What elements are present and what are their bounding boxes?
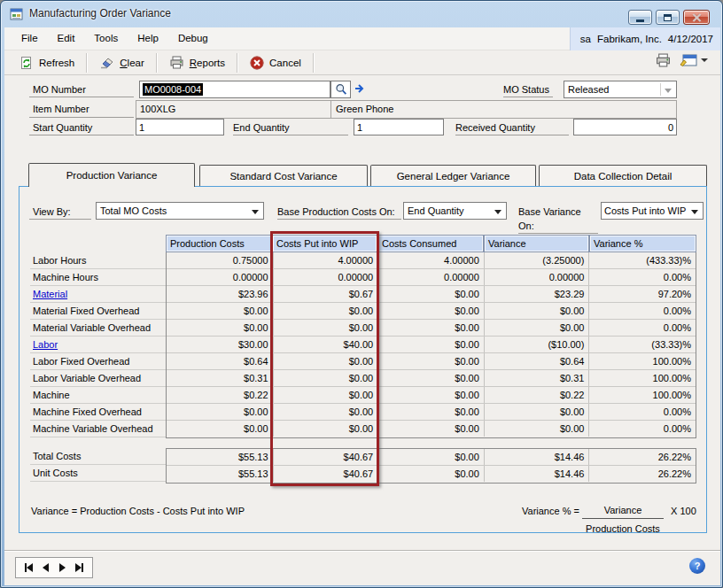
table-header: Production Costs Costs Put into WIP Cost… xyxy=(166,235,696,252)
row-label-column: Labor Hours Machine Hours Material Mater… xyxy=(30,252,166,437)
row-label-labor-link[interactable]: Labor xyxy=(30,337,166,353)
title-bar[interactable]: Manufacturing Order Variance xyxy=(1,1,722,27)
menu-file[interactable]: File xyxy=(12,27,48,50)
item-number-value: 100XLG xyxy=(136,101,331,118)
cancel-button[interactable]: Cancel xyxy=(240,52,311,74)
blue-arrow-icon xyxy=(354,81,367,96)
toolbar-separator xyxy=(237,53,238,73)
window-title: Manufacturing Order Variance xyxy=(29,1,171,27)
close-icon xyxy=(692,13,702,22)
print-options-button[interactable] xyxy=(680,53,708,67)
dropdown-arrow-icon xyxy=(665,89,672,93)
previous-record-button[interactable] xyxy=(43,562,49,573)
dropdown-arrow-icon xyxy=(494,210,501,214)
item-number-field: 100XLG Green Phone xyxy=(136,100,677,119)
dropdown-arrow-icon xyxy=(252,210,259,214)
minimize-button[interactable] xyxy=(628,10,652,25)
session-date: 4/12/2017 xyxy=(668,34,713,44)
view-by-dropdown[interactable]: Total MO Costs xyxy=(96,202,264,220)
table-row: $0.00$0.00$0.00$0.000.00% xyxy=(167,320,696,337)
row-label: Machine xyxy=(30,387,166,404)
column-header[interactable]: Production Costs xyxy=(166,235,272,252)
help-button[interactable]: ? xyxy=(689,558,705,574)
session-user: sa xyxy=(580,34,591,44)
refresh-icon xyxy=(19,56,34,70)
menu-tools[interactable]: Tools xyxy=(84,27,128,50)
variance-formula: Variance = Production Costs - Costs Put … xyxy=(31,506,245,516)
totals-label-column: Total Costs Unit Costs xyxy=(30,448,166,482)
refresh-button[interactable]: Refresh xyxy=(10,52,84,74)
expansion-button[interactable] xyxy=(354,81,367,97)
record-navigation xyxy=(15,557,93,578)
variance-pct-denominator: Production Costs xyxy=(571,523,674,534)
end-quantity-label: End Quantity xyxy=(233,120,348,135)
table-row: $0.00$0.00$0.00$0.000.00% xyxy=(167,404,696,421)
table-row: $0.22$0.00$0.00$0.22100.00% xyxy=(167,387,696,404)
received-quantity-label: Received Quantity xyxy=(455,120,569,135)
app-icon xyxy=(10,7,24,21)
mo-number-value: MO0008-004 xyxy=(143,83,203,96)
base-production-costs-label: Base Production Costs On: xyxy=(277,205,401,220)
toolbar-separator xyxy=(313,53,315,73)
row-label: Machine Fixed Overhead xyxy=(30,404,166,421)
variance-grid: 0.750004.000004.00000(3.25000)(433.33)% … xyxy=(166,252,696,438)
toolbar-separator xyxy=(86,53,88,73)
last-record-button[interactable] xyxy=(75,562,83,573)
tab-general-ledger-variance[interactable]: General Ledger Variance xyxy=(370,165,536,186)
menu-help[interactable]: Help xyxy=(128,27,168,50)
table-row: 0.750004.000004.00000(3.25000)(433.33)% xyxy=(167,252,696,269)
highlight-box-costs-put-into-wip xyxy=(270,231,379,486)
row-label: Material Fixed Overhead xyxy=(30,303,166,320)
dropdown-arrow-icon xyxy=(701,58,708,62)
start-quantity-label: Start Quantity xyxy=(29,120,134,135)
next-record-button[interactable] xyxy=(59,562,66,573)
mo-status-dropdown[interactable]: Released xyxy=(564,81,677,98)
variance-pct-label: Variance % = xyxy=(522,506,579,516)
row-label: Machine Variable Overhead xyxy=(30,421,166,437)
column-header[interactable]: Variance xyxy=(484,235,589,252)
variance-pct-multiplier: X 100 xyxy=(671,506,696,516)
variance-pct-numerator: Variance xyxy=(580,505,665,515)
received-quantity-field: 0 xyxy=(573,119,677,135)
menu-edit[interactable]: Edit xyxy=(48,27,85,50)
column-header[interactable]: Variance % xyxy=(589,235,696,252)
row-label: Labor Variable Overhead xyxy=(30,370,166,387)
table-row: $0.00$0.00$0.00$0.000.00% xyxy=(167,303,696,320)
tab-data-collection-detail[interactable]: Data Collection Detail xyxy=(539,165,707,186)
clear-button[interactable]: Clear xyxy=(89,52,154,74)
manufacturing-order-variance-window: Manufacturing Order Variance File Edit T… xyxy=(0,0,723,588)
fraction-line xyxy=(582,518,664,519)
totals-grid: $55.13$40.67$0.00$14.4626.22% $55.13$40.… xyxy=(166,448,696,484)
eraser-icon xyxy=(99,56,114,69)
base-variance-on-dropdown[interactable]: Costs Put into WIP xyxy=(601,202,704,220)
lookup-button[interactable] xyxy=(330,81,351,98)
mo-number-label: MO Number xyxy=(29,82,134,97)
start-quantity-field: 1 xyxy=(136,119,224,135)
table-row: $0.00$0.00$0.00$0.000.00% xyxy=(167,421,696,437)
first-record-button[interactable] xyxy=(25,562,33,573)
tab-production-variance[interactable]: Production Variance xyxy=(28,163,195,187)
maximize-button[interactable] xyxy=(656,10,680,25)
base-production-costs-dropdown[interactable]: End Quantity xyxy=(403,202,507,220)
print-icon[interactable] xyxy=(655,53,672,67)
row-label: Material Variable Overhead xyxy=(30,320,166,337)
menu-bar: File Edit Tools Help Debug sa Fabrikam, … xyxy=(4,27,720,50)
row-label: Labor Fixed Overhead xyxy=(30,353,166,370)
item-description: Green Phone xyxy=(331,101,676,118)
row-label-material-link[interactable]: Material xyxy=(30,286,166,303)
tab-standard-cost-variance[interactable]: Standard Cost Variance xyxy=(199,165,368,186)
bottom-separator xyxy=(4,550,720,552)
menu-debug[interactable]: Debug xyxy=(168,27,218,50)
session-info: sa Fabrikam, Inc. 4/12/2017 xyxy=(570,27,720,50)
close-button[interactable] xyxy=(683,10,710,25)
end-quantity-field: 1 xyxy=(354,119,444,135)
mo-number-input[interactable]: MO0008-004 xyxy=(139,81,330,98)
mo-status-value: Released xyxy=(568,84,609,95)
reports-button[interactable]: Reports xyxy=(159,52,235,74)
row-label: Labor Hours xyxy=(30,252,166,269)
printer-icon xyxy=(169,56,184,69)
row-label: Total Costs xyxy=(30,448,166,465)
row-label: Machine Hours xyxy=(30,269,166,286)
column-header[interactable]: Costs Consumed xyxy=(377,235,484,252)
cancel-icon xyxy=(250,56,264,70)
